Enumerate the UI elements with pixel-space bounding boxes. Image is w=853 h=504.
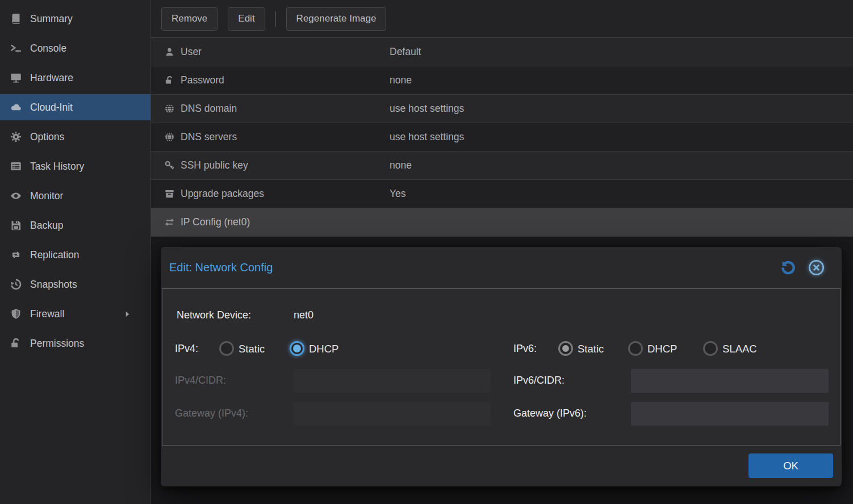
sidebar: Summary Console Hardware Cloud-Init Opti… xyxy=(0,0,151,504)
ipv6-static-radio-label[interactable]: Static xyxy=(578,343,604,355)
remove-button[interactable]: Remove xyxy=(161,7,218,31)
sidebar-item-hardware[interactable]: Hardware xyxy=(0,65,150,91)
dialog-body: Network Device: net0 IPv4: Static DHCP I… xyxy=(162,288,841,446)
sidebar-item-snapshots[interactable]: Snapshots xyxy=(0,271,150,297)
dialog-title: Edit: Network Config xyxy=(169,261,273,274)
floppy-icon xyxy=(10,220,28,231)
sidebar-item-label: Task History xyxy=(30,161,84,173)
user-icon xyxy=(165,47,181,57)
table-row-dns-servers[interactable]: DNS servers use host settings xyxy=(151,123,853,152)
ipv4-static-radio[interactable] xyxy=(219,341,234,356)
sidebar-item-label: Hardware xyxy=(30,72,73,84)
ipv4-label: IPv4: xyxy=(175,343,198,355)
sidebar-item-options[interactable]: Options xyxy=(0,124,150,150)
toolbar-separator xyxy=(275,11,276,27)
undo-icon[interactable] xyxy=(780,260,796,275)
ipv6-dhcp-radio[interactable] xyxy=(628,341,643,356)
dialog-footer: OK xyxy=(161,446,842,486)
row-label: SSH public key xyxy=(181,159,248,171)
table-row-ssh-public-key[interactable]: SSH public key none xyxy=(151,152,853,180)
row-value: Default xyxy=(390,38,421,66)
globe-icon xyxy=(165,104,181,114)
table-row-upgrade-packages[interactable]: Upgrade packages Yes xyxy=(151,180,853,208)
gateway-ipv6-input[interactable] xyxy=(631,402,829,426)
sidebar-item-permissions[interactable]: Permissions xyxy=(0,330,150,356)
regenerate-image-button[interactable]: Regenerate Image xyxy=(286,7,387,31)
sidebar-item-label: Console xyxy=(30,43,66,54)
cloud-init-settings-table: User Default Password none DNS domain us… xyxy=(151,38,853,237)
row-value: use host settings xyxy=(390,95,464,123)
ok-button[interactable]: OK xyxy=(749,453,833,478)
eye-icon xyxy=(10,190,28,201)
ipv6-cidr-input[interactable] xyxy=(631,369,829,393)
gear-icon xyxy=(10,131,28,142)
ipv4-dhcp-radio-label[interactable]: DHCP xyxy=(309,343,338,355)
monitor-icon xyxy=(10,72,28,83)
row-label: IP Config (net0) xyxy=(181,216,250,228)
edit-network-config-dialog: Edit: Network Config Network Device: net… xyxy=(161,247,842,486)
row-label: DNS servers xyxy=(181,131,237,143)
ipv4-cidr-label: IPv4/CIDR: xyxy=(175,375,226,387)
ipv4-static-radio-label[interactable]: Static xyxy=(239,343,265,355)
sidebar-item-console[interactable]: Console xyxy=(0,35,150,61)
book-icon xyxy=(10,13,28,24)
sidebar-item-replication[interactable]: Replication xyxy=(0,242,150,268)
row-label: DNS domain xyxy=(181,103,237,115)
row-label: Password xyxy=(181,74,224,86)
retweet-icon xyxy=(10,249,28,261)
ipv6-slaac-radio[interactable] xyxy=(703,341,718,356)
shield-icon xyxy=(10,308,28,320)
table-row-dns-domain[interactable]: DNS domain use host settings xyxy=(151,95,853,123)
caret-right-icon xyxy=(124,310,131,318)
unlock-icon xyxy=(165,75,181,85)
sidebar-item-label: Cloud-Init xyxy=(30,102,73,114)
table-row-user[interactable]: User Default xyxy=(151,38,853,66)
sidebar-item-label: Options xyxy=(30,131,64,143)
sidebar-item-firewall[interactable]: Firewall xyxy=(0,301,150,327)
globe-icon xyxy=(165,132,181,142)
gateway-ipv6-label: Gateway (IPv6): xyxy=(513,408,587,419)
table-row-ip-config-net0[interactable]: IP Config (net0) xyxy=(151,208,853,237)
table-row-password[interactable]: Password none xyxy=(151,66,853,95)
row-value: Yes xyxy=(390,180,406,208)
ipv6-cidr-label: IPv6/CIDR: xyxy=(513,375,565,387)
sidebar-item-label: Replication xyxy=(30,249,80,261)
dialog-header[interactable]: Edit: Network Config xyxy=(161,247,842,288)
network-device-label: Network Device: xyxy=(177,309,251,321)
terminal-icon xyxy=(10,43,28,54)
row-label: User xyxy=(181,46,202,58)
ipv6-dhcp-radio-label[interactable]: DHCP xyxy=(647,343,677,355)
list-icon xyxy=(10,161,28,172)
close-icon[interactable] xyxy=(808,259,825,276)
row-value: none xyxy=(390,66,412,94)
ipv6-slaac-radio-label[interactable]: SLAAC xyxy=(722,343,757,355)
ipv6-static-radio[interactable] xyxy=(558,341,573,356)
row-label: Upgrade packages xyxy=(181,188,264,200)
row-value: use host settings xyxy=(390,123,464,151)
ipv4-dhcp-radio[interactable] xyxy=(290,341,304,356)
unlock-icon xyxy=(10,338,28,349)
exchange-icon xyxy=(165,217,181,227)
cloud-icon xyxy=(10,102,28,113)
sidebar-item-summary[interactable]: Summary xyxy=(0,6,150,32)
gateway-ipv4-label: Gateway (IPv4): xyxy=(175,408,248,419)
sidebar-item-task-history[interactable]: Task History xyxy=(0,153,150,179)
toolbar: Remove Edit Regenerate Image xyxy=(151,0,853,38)
ipv4-cidr-input[interactable] xyxy=(294,369,490,393)
sidebar-item-monitor[interactable]: Monitor xyxy=(0,183,150,209)
proxmox-vm-panel: Summary Console Hardware Cloud-Init Opti… xyxy=(0,0,853,504)
ipv6-label: IPv6: xyxy=(513,343,537,355)
edit-button[interactable]: Edit xyxy=(228,7,265,31)
sidebar-item-label: Summary xyxy=(30,13,73,25)
history-icon xyxy=(10,279,28,290)
sidebar-item-backup[interactable]: Backup xyxy=(0,212,150,238)
sidebar-item-label: Snapshots xyxy=(30,279,77,291)
key-icon xyxy=(165,161,181,170)
gateway-ipv4-input[interactable] xyxy=(294,402,490,426)
sidebar-item-label: Backup xyxy=(30,220,63,232)
sidebar-item-cloud-init[interactable]: Cloud-Init xyxy=(0,94,150,120)
sidebar-item-label: Firewall xyxy=(30,308,64,320)
archive-icon xyxy=(165,189,181,199)
sidebar-item-label: Monitor xyxy=(30,190,63,202)
network-device-value: net0 xyxy=(294,309,313,321)
